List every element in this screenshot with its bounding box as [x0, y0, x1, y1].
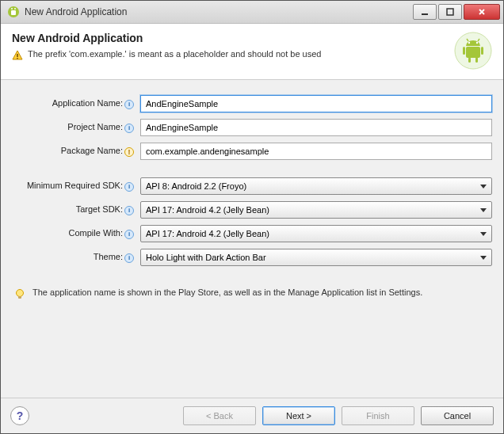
project-name-input[interactable]: [140, 119, 492, 136]
titlebar[interactable]: New Android Application: [1, 1, 503, 24]
package-name-label: Package Name:!: [12, 146, 136, 156]
cancel-button[interactable]: Cancel: [421, 406, 494, 425]
android-logo-icon: [454, 32, 492, 70]
svg-rect-6: [17, 54, 17, 57]
page-title: New Android Application: [12, 32, 454, 44]
warning-dot-icon[interactable]: !: [124, 147, 134, 157]
info-icon[interactable]: i: [124, 124, 134, 133]
svg-rect-4: [422, 13, 428, 15]
compile-with-select[interactable]: API 17: Android 4.2 (Jelly Bean): [140, 225, 492, 242]
target-sdk-select[interactable]: API 17: Android 4.2 (Jelly Bean): [140, 201, 492, 219]
target-sdk-label: Target SDK:i: [12, 204, 136, 215]
svg-rect-19: [18, 296, 21, 299]
info-icon[interactable]: i: [124, 206, 134, 215]
next-button[interactable]: Next >: [262, 406, 335, 425]
hint-text: The application name is shown in the Pla…: [32, 287, 422, 297]
maximize-button[interactable]: [438, 4, 462, 20]
hint-area: The application name is shown in the Pla…: [1, 276, 503, 311]
lightbulb-icon: [13, 287, 26, 300]
svg-rect-11: [466, 47, 480, 58]
min-sdk-select[interactable]: API 8: Android 2.2 (Froyo): [140, 177, 492, 195]
svg-point-10: [476, 42, 478, 44]
window-title: New Android Application: [25, 6, 411, 17]
back-button[interactable]: < Back: [183, 406, 256, 425]
content-area: New Android Application The prefix 'com.…: [1, 24, 503, 433]
button-bar: ? < Back Next > Finish Cancel: [1, 398, 503, 433]
app-name-label: Application Name:i: [12, 98, 136, 108]
compile-with-label: Compile With:i: [12, 228, 136, 238]
svg-rect-14: [468, 57, 471, 63]
svg-point-2: [11, 8, 13, 10]
app-icon: [7, 6, 20, 18]
svg-point-9: [468, 42, 470, 44]
warning-icon: [12, 50, 23, 61]
dialog-window: New Android Application New Android Appl…: [0, 0, 504, 434]
project-name-label: Project Name:i: [12, 122, 136, 132]
theme-label: Theme:i: [12, 252, 136, 262]
svg-point-18: [17, 290, 24, 297]
wizard-header: New Android Application The prefix 'com.…: [1, 24, 503, 80]
warning-message: The prefix 'com.example.' is meant as a …: [28, 49, 321, 59]
theme-select[interactable]: Holo Light with Dark Action Bar: [140, 249, 492, 266]
help-button[interactable]: ?: [10, 406, 29, 425]
info-icon[interactable]: i: [124, 253, 134, 263]
info-icon[interactable]: i: [124, 100, 134, 109]
minimize-button[interactable]: [413, 4, 437, 20]
svg-rect-5: [447, 9, 453, 15]
svg-rect-12: [463, 47, 465, 55]
svg-rect-13: [481, 47, 483, 55]
info-icon[interactable]: i: [124, 230, 134, 239]
info-icon[interactable]: i: [124, 182, 134, 192]
package-name-input[interactable]: [140, 143, 492, 160]
svg-rect-7: [17, 58, 17, 59]
finish-button[interactable]: Finish: [342, 406, 414, 425]
svg-rect-1: [11, 10, 16, 15]
close-button[interactable]: [464, 4, 500, 20]
svg-point-3: [14, 8, 16, 10]
svg-rect-15: [475, 57, 478, 63]
min-sdk-label: Minimum Required SDK:i: [12, 181, 136, 191]
form-area: Application Name:i Project Name:i Packag…: [1, 80, 503, 276]
application-name-input[interactable]: [140, 95, 492, 112]
